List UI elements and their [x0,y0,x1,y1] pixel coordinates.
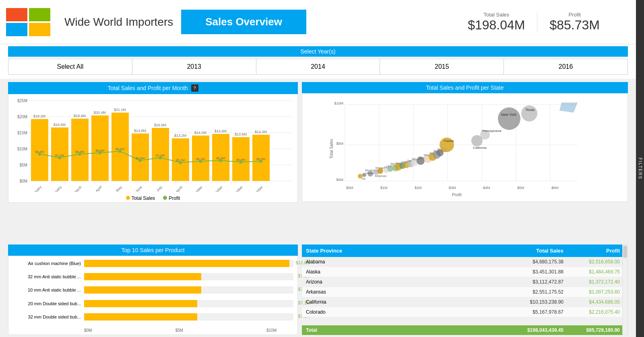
svg-text:Florida: Florida [444,139,454,143]
year-btn-2016[interactable]: 2016 [504,59,627,74]
col-state: State Province [302,245,382,257]
legend-profit: Profit [163,195,180,201]
svg-text:February: February [50,185,63,192]
svg-text:$13.6M: $13.6M [235,132,247,136]
sales-alabama: $4,680,175.38 [382,257,568,267]
svg-text:$15M: $15M [17,131,27,135]
svg-text:January: January [30,185,42,192]
profit-label: Profit [549,12,600,18]
product-row-2: 32 mm Anti static bubble ... $7.3M [12,273,293,280]
svg-text:Profit: Profit [452,193,462,197]
year-btn-select-all[interactable]: Select All [8,59,132,74]
product-name-2: 32 mm Anti static bubble ... [12,274,84,279]
svg-text:November: November [229,185,244,192]
svg-text:$2M: $2M [415,186,422,190]
svg-text:$16.6M: $16.6M [54,123,66,127]
year-selector-label: Select Year(s) [8,46,628,57]
total-label: Total [302,325,382,335]
profit-alabama: $2,016,658.00 [568,257,628,267]
state-alabama: Alabama [302,257,382,267]
svg-text:June: June [134,185,143,192]
product-chart-title: Top 10 Sales per Product [8,245,298,256]
product-row-4: 20 mm Double sided bub... $7.1M [12,300,293,307]
product-bar-3: $7.3M [84,286,293,294]
legend-sales: Total Sales [126,195,155,201]
svg-text:$8.4M: $8.4M [75,150,85,154]
year-selector: Select Year(s) Select All 2013 2014 2015… [0,44,636,79]
svg-text:New York: New York [501,113,517,117]
product-chart-container: Top 10 Sales per Product Air cushion mac… [8,245,298,335]
svg-text:July: July [156,185,163,192]
table-row-arizona: Arizona $3,112,472.87 $1,372,172.40 [302,277,628,287]
logo-red [6,8,27,21]
product-name-5: 32 mm Double sided bub... [12,314,84,319]
scrollbar[interactable] [622,245,628,335]
svg-text:April: April [95,185,103,192]
svg-text:$9.2M: $9.2M [116,147,125,151]
svg-text:$8.4M: $8.4M [35,150,44,154]
profit-alaska: $1,484,469.75 [568,267,628,277]
svg-text:California: California [473,146,487,150]
svg-text:$5.7M: $5.7M [176,158,185,162]
svg-text:$19.4M: $19.4M [74,114,86,118]
product-row-5: 32 mm Double sided bub... $7.1M [12,313,293,321]
svg-text:$16.5M: $16.5M [154,123,166,127]
bar-chart-title: Total Sales and Profit per Month ? [8,82,298,94]
svg-text:Pennsylvania: Pennsylvania [482,129,502,133]
svg-text:$6.1M: $6.1M [196,157,205,161]
svg-text:$14.8M: $14.8M [134,129,146,133]
svg-text:August: August [172,185,183,192]
svg-point-133 [471,135,483,146]
year-btn-2013[interactable]: 2013 [132,59,256,74]
state-table: State Province Total Sales Profit Alabam… [302,245,628,335]
svg-text:$5.9M: $5.9M [236,158,246,162]
svg-text:$5M: $5M [20,163,27,167]
product-bar-1: $12.8M [84,260,293,267]
svg-text:$1M: $1M [380,186,388,190]
header-stats: Total Sales $198.04M Profit $85.73M [456,12,636,33]
table-total: Total $198,043,439.45 $85,729,180.90 [302,325,628,335]
scatter-svg: Total Sales $10M $5M $0M $0M $1M $2M $3M… [305,97,624,199]
total-sales-value: $198.04M [468,18,525,33]
table-header: State Province Total Sales Profit [302,245,628,257]
logo-green [29,8,50,21]
year-btn-2015[interactable]: 2015 [380,59,504,74]
state-arkansas: Arkansas [302,287,382,297]
bar-chart-legend: Total Sales Profit [12,193,294,204]
year-btn-2014[interactable]: 2014 [256,59,380,74]
total-sales: $198,043,439.45 [382,325,568,335]
filters-sidebar[interactable]: FILTERS [636,0,644,337]
svg-text:March: March [72,185,83,192]
svg-point-135 [498,107,520,130]
profit-stat: Profit $85.73M [537,12,612,33]
svg-text:$5M: $5M [336,142,343,146]
sales-alaska: $3,451,301.88 [382,267,568,277]
table-row-california: California $10,153,238.90 $4,434,686.05 [302,297,628,307]
svg-text:Arkansas: Arkansas [375,175,387,177]
sales-colorado: $5,167,978.67 [382,307,568,317]
col-profit: Profit [568,245,628,257]
help-icon[interactable]: ? [191,84,198,92]
scatter-chart-container: Total Sales and Profit per State Total S… [302,82,628,242]
svg-text:Texas: Texas [525,108,535,112]
svg-text:$10M: $10M [17,147,27,151]
sales-california: $10,153,238.90 [382,297,568,307]
year-buttons: Select All 2013 2014 2015 2016 [8,59,628,75]
svg-text:$14.6M: $14.6M [215,129,227,133]
product-name-1: Air cushion machine (Blue) [12,261,84,266]
page-title: Sales Overview [181,10,306,34]
svg-text:$13.2M: $13.2M [174,134,186,138]
svg-text:May: May [115,185,123,192]
svg-text:$25M: $25M [17,99,27,103]
scatter-chart-title: Total Sales and Profit per State [302,82,628,93]
profit-value: $85.73M [549,18,600,33]
filters-label[interactable]: FILTERS [638,158,642,179]
table-row-alaska: Alaska $3,451,301.88 $1,484,469.75 [302,267,628,277]
svg-text:October: October [211,185,223,192]
svg-rect-18 [91,115,109,181]
svg-text:$0M: $0M [20,179,27,183]
profit-california: $4,434,686.05 [568,297,628,307]
total-sales-label: Total Sales [468,12,525,18]
logo [0,4,56,40]
svg-text:$20.4M: $20.4M [94,111,106,115]
